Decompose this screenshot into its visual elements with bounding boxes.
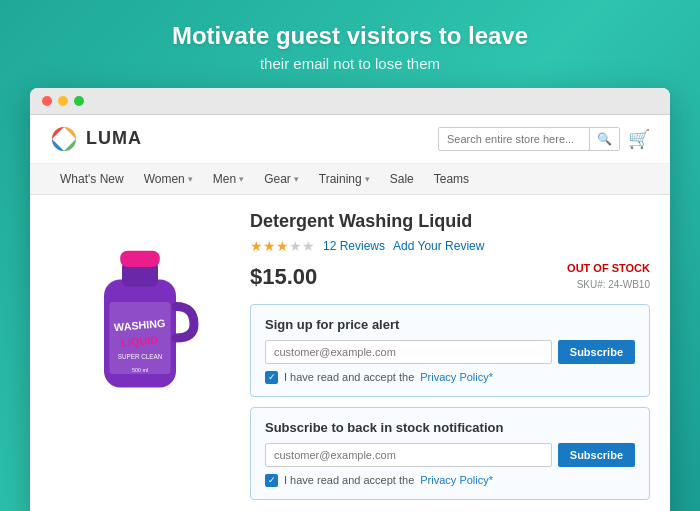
chevron-down-icon: ▾ xyxy=(365,174,370,184)
rating-row: ★★★★★ 12 Reviews Add Your Review xyxy=(250,238,650,254)
nav-item-men[interactable]: Men ▾ xyxy=(203,164,254,194)
review-count-link[interactable]: 12 Reviews xyxy=(323,239,385,253)
add-review-link[interactable]: Add Your Review xyxy=(393,239,484,253)
svg-point-1 xyxy=(59,134,69,144)
svg-text:SUPER CLEAN: SUPER CLEAN xyxy=(118,352,163,359)
svg-text:500 ml: 500 ml xyxy=(132,367,148,373)
store-header: LUMA 🔍 🛒 xyxy=(30,115,670,164)
price-alert-box: Sign up for price alert Subscribe ✓ I ha… xyxy=(250,304,650,397)
search-box[interactable]: 🔍 xyxy=(438,127,620,151)
product-info-col: Detergent Washing Liquid ★★★★★ 12 Review… xyxy=(250,211,650,510)
product-image-col: WASHING LIQUID SUPER CLEAN 500 ml xyxy=(50,211,230,510)
header-right: 🔍 🛒 xyxy=(438,127,650,151)
price-alert-policy-link[interactable]: Privacy Policy* xyxy=(420,371,493,383)
product-area: WASHING LIQUID SUPER CLEAN 500 ml Deterg… xyxy=(30,195,670,511)
browser-dot-yellow[interactable] xyxy=(58,96,68,106)
stock-alert-policy-row: ✓ I have read and accept the Privacy Pol… xyxy=(265,474,635,487)
stock-alert-subscribe-button[interactable]: Subscribe xyxy=(558,443,635,467)
stock-info: OUT OF STOCK SKU#: 24-WB10 xyxy=(567,262,650,292)
browser-dot-green[interactable] xyxy=(74,96,84,106)
nav-item-teams[interactable]: Teams xyxy=(424,164,479,194)
search-button[interactable]: 🔍 xyxy=(589,128,619,150)
price-alert-policy-text: I have read and accept the xyxy=(284,371,414,383)
nav-item-gear[interactable]: Gear ▾ xyxy=(254,164,309,194)
price-alert-input-row: Subscribe xyxy=(265,340,635,364)
stock-alert-input-row: Subscribe xyxy=(265,443,635,467)
checkmark-icon: ✓ xyxy=(268,373,276,382)
out-of-stock-label: OUT OF STOCK xyxy=(567,262,650,274)
sku-label: SKU#: 24-WB10 xyxy=(577,279,650,290)
star-empty: ★★ xyxy=(289,238,315,254)
logo-icon xyxy=(50,125,78,153)
nav-item-sale[interactable]: Sale xyxy=(380,164,424,194)
promo-title: Motivate guest visitors to leave xyxy=(0,22,700,51)
star-rating: ★★★★★ xyxy=(250,238,315,254)
logo[interactable]: LUMA xyxy=(50,125,142,153)
price-alert-checkbox[interactable]: ✓ xyxy=(265,371,278,384)
stock-alert-email-input[interactable] xyxy=(265,443,552,467)
promo-header: Motivate guest visitors to leave their e… xyxy=(0,0,700,88)
logo-text: LUMA xyxy=(86,128,142,149)
browser-dot-red[interactable] xyxy=(42,96,52,106)
chevron-down-icon: ▾ xyxy=(294,174,299,184)
chevron-down-icon: ▾ xyxy=(188,174,193,184)
stock-alert-checkbox[interactable]: ✓ xyxy=(265,474,278,487)
browser-window: LUMA 🔍 🛒 What's New Women ▾ Men ▾ Gear ▾… xyxy=(30,88,670,511)
chevron-down-icon: ▾ xyxy=(239,174,244,184)
nav-item-women[interactable]: Women ▾ xyxy=(134,164,203,194)
cart-icon[interactable]: 🛒 xyxy=(628,128,650,150)
price-alert-email-input[interactable] xyxy=(265,340,552,364)
price-alert-title: Sign up for price alert xyxy=(265,317,635,332)
svg-rect-4 xyxy=(120,250,160,266)
promo-subtitle: their email not to lose them xyxy=(0,55,700,72)
price-alert-policy-row: ✓ I have read and accept the Privacy Pol… xyxy=(265,371,635,384)
search-input[interactable] xyxy=(439,129,589,149)
price-row: $15.00 OUT OF STOCK SKU#: 24-WB10 xyxy=(250,262,650,292)
stock-alert-policy-text: I have read and accept the xyxy=(284,474,414,486)
stock-alert-policy-link[interactable]: Privacy Policy* xyxy=(420,474,493,486)
nav-item-training[interactable]: Training ▾ xyxy=(309,164,380,194)
star-filled: ★★★ xyxy=(250,238,289,254)
stock-alert-title: Subscribe to back in stock notification xyxy=(265,420,635,435)
product-image: WASHING LIQUID SUPER CLEAN 500 ml xyxy=(70,221,210,401)
product-price: $15.00 xyxy=(250,264,317,290)
product-title: Detergent Washing Liquid xyxy=(250,211,650,232)
checkmark-icon: ✓ xyxy=(268,476,276,485)
price-alert-subscribe-button[interactable]: Subscribe xyxy=(558,340,635,364)
stock-alert-box: Subscribe to back in stock notification … xyxy=(250,407,650,500)
browser-chrome xyxy=(30,88,670,115)
nav-item-whats-new[interactable]: What's New xyxy=(50,164,134,194)
store-nav: What's New Women ▾ Men ▾ Gear ▾ Training… xyxy=(30,164,670,195)
